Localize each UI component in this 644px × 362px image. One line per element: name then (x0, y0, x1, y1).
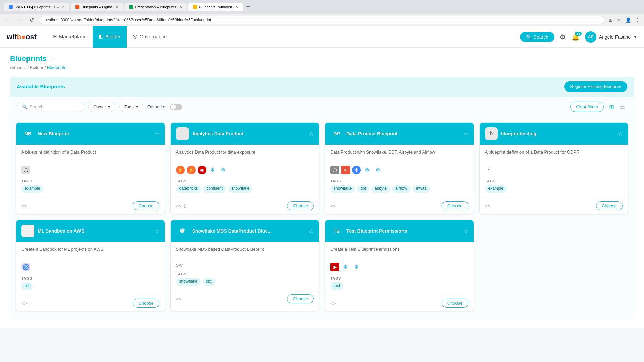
card-sm-tags: snowflake dbt (176, 278, 314, 286)
search-button[interactable]: 🔍 Search (520, 32, 554, 42)
card-analytics-footer: <> ℹ Choose (171, 198, 319, 214)
nav-item-marketplace[interactable]: ⊞ Marketplace (47, 26, 93, 48)
search-input-wrapper[interactable]: 🔍 Search (17, 102, 84, 112)
card-analytics-choose[interactable]: Choose (287, 201, 314, 210)
tab-close-2[interactable]: ✕ (116, 5, 118, 9)
list-view-button[interactable]: ☰ (618, 102, 627, 112)
user-name: Angelo Fasano (599, 34, 631, 40)
card-tb-choose[interactable]: Choose (442, 299, 468, 308)
builder-icon: ◧ (99, 33, 103, 39)
app: witbost ⊞ Marketplace ◧ Builder ◎ Govern… (0, 26, 644, 328)
refresh-button[interactable]: ↺ (28, 16, 36, 24)
ml-swirl-icon: 🌀 (21, 263, 30, 272)
new-tab-button[interactable]: + (244, 3, 252, 11)
notifications-button[interactable]: 🔔 33 (571, 33, 580, 41)
card-bt-header: b blueprinttesting ☆ (480, 123, 628, 145)
page-menu-button[interactable]: ⋯ (50, 55, 56, 62)
forward-button[interactable]: → (15, 16, 25, 24)
tag-snowflake: snowflake (228, 185, 253, 193)
tab-close-4[interactable]: ✕ (235, 5, 238, 9)
breadcrumb-sep-2: / (45, 65, 47, 70)
card-dp-choose[interactable]: Choose (442, 201, 468, 210)
card-tb-icons: ◉ ❄ ❄ (330, 263, 468, 272)
tag-dp-airbyte: airbyte (371, 185, 390, 193)
breadcrumb-builder[interactable]: Builder (30, 65, 43, 70)
extensions-button[interactable]: ⊞ (608, 16, 614, 24)
card-sm-choose[interactable]: Choose (287, 294, 314, 303)
browser-tab-3[interactable]: Presentation – Blueprints ✕ (124, 3, 187, 11)
section-header: Available Blueprints Register Existing B… (10, 77, 634, 97)
card-ml-star[interactable]: ☆ (155, 228, 159, 234)
card-bt-star[interactable]: ☆ (618, 131, 623, 137)
nav-right: 🔍 Search ⚙ 🔔 33 AF Angelo Fasano ▼ (520, 31, 637, 43)
card-new-blueprint-choose[interactable]: Choose (133, 201, 159, 210)
breadcrumb-witboost[interactable]: witboost (10, 65, 26, 70)
page-title-row: Blueprints ⋯ (10, 54, 634, 63)
dp-cross-icon: ✕ (341, 166, 350, 174)
browser-actions: ⊞ ☆ 👤 ⋮ (608, 16, 641, 24)
owner-filter-button[interactable]: Owner ▾ (88, 102, 115, 112)
card-sm-header: ❄ Snowflake MDS DataProduct Blue... ☆ (171, 220, 319, 242)
profile-button[interactable]: 👤 (624, 16, 632, 24)
dp-hexagon-icon: ⬡ (330, 166, 339, 174)
favourites-switch[interactable] (170, 104, 182, 110)
card-dp-footer-icons: <> (330, 203, 336, 209)
card-tb-title: Test Blueprint Permissions (346, 228, 407, 234)
card-tb-tags: test (330, 282, 468, 290)
card-ml-desc: Create a Sandbox for ML projects on AWS (21, 247, 159, 259)
card-analytics-icons: ⚡ ⚡ ◉ ❄ ❄ (176, 166, 314, 175)
card-sm-star[interactable]: ☆ (309, 228, 314, 234)
info-icon-analytics[interactable]: ℹ (184, 203, 186, 209)
card-analytics-tags: databricks confluent snowflake (176, 185, 314, 193)
browser-tab-2[interactable]: Blueprints – Figma ✕ (71, 3, 123, 11)
nav-item-governance[interactable]: ◎ Governance (127, 26, 173, 48)
user-avatar: AF (585, 31, 596, 43)
user-dropdown-icon: ▼ (633, 35, 637, 39)
card-bt-footer-icons: <> (485, 203, 491, 209)
tab-close-1[interactable]: ✕ (62, 5, 65, 9)
nav-item-builder[interactable]: ◧ Builder (93, 26, 127, 48)
bookmark-button[interactable]: ☆ (616, 16, 622, 24)
code-icon-dp[interactable]: <> (330, 203, 336, 209)
card-bt-tags: example (485, 185, 623, 193)
tab-close-3[interactable]: ✕ (179, 5, 182, 9)
clear-filters-button[interactable]: Clear filters (570, 102, 604, 112)
code-icon[interactable]: <> (21, 203, 27, 209)
card-analytics-star[interactable]: ☆ (309, 131, 314, 137)
card-ml-tags: ml (21, 282, 159, 290)
card-dp-star[interactable]: ☆ (464, 131, 468, 137)
card-new-blueprint: NB New Blueprint ☆ A blueprint definitio… (16, 122, 165, 214)
search-input-icon: 🔍 (22, 104, 28, 109)
marketplace-icon: ⊞ (53, 33, 57, 39)
code-icon-ml[interactable]: <> (21, 301, 27, 306)
card-ml-footer: <> Choose (16, 295, 165, 311)
card-new-blueprint-desc: A blueprint definition of a Data Product (21, 149, 159, 162)
card-ml-choose[interactable]: Choose (133, 299, 159, 308)
card-tb-footer: <> Choose (325, 295, 474, 311)
card-tb-star[interactable]: ☆ (464, 228, 468, 234)
breadcrumb-sep-1: / (27, 65, 30, 70)
tags-filter-button[interactable]: Tags ▾ (119, 102, 143, 112)
url-bar[interactable]: localhost:3000/wb-scaffolder/blueprints?… (39, 16, 605, 24)
card-dp-tags-label: TAGS (330, 179, 468, 183)
back-button[interactable]: ← (3, 16, 13, 24)
settings-button[interactable]: ⚙ (560, 33, 566, 41)
card-new-blueprint-star[interactable]: ☆ (155, 131, 159, 137)
code-icon-tb[interactable]: <> (330, 301, 336, 306)
register-blueprint-button[interactable]: Register Existing Blueprint (564, 81, 627, 92)
card-analytics-desc: Analytics Data Product for data exposure (176, 149, 314, 162)
card-dp-desc: Data Product with Snowflake, DBT, Airbyt… (330, 149, 468, 162)
code-icon-analytics[interactable]: <> (176, 203, 182, 209)
card-bt-choose[interactable]: Choose (596, 201, 623, 210)
governance-icon: ◎ (133, 33, 137, 39)
notifications-badge: 33 (575, 32, 582, 36)
user-area[interactable]: AF Angelo Fasano ▼ (585, 31, 637, 43)
code-icon-sm[interactable]: <> (176, 296, 182, 302)
browser-tab-4[interactable]: Blueprints | witboost ✕ (188, 3, 243, 11)
grid-view-button[interactable]: ⊞ (607, 102, 616, 112)
browser-tab-1[interactable]: [WIT-1906] Blueprints 2.0 - ✕ (4, 3, 69, 11)
menu-button[interactable]: ⋮ (634, 16, 641, 24)
confluent-icon: ◉ (198, 166, 206, 174)
card-new-blueprint-title: New Blueprint (38, 131, 69, 136)
code-icon-bt[interactable]: <> (485, 203, 491, 209)
